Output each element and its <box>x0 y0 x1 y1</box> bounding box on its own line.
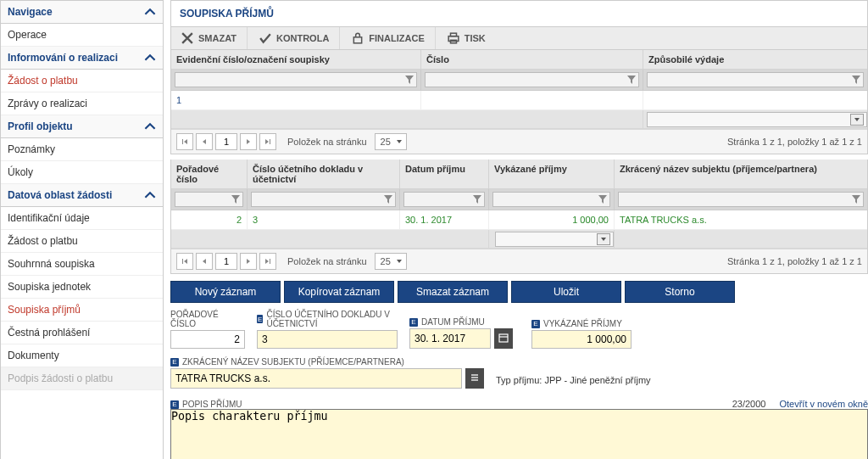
cell <box>421 91 643 110</box>
cancel-button[interactable]: Storno <box>625 281 735 303</box>
calendar-icon <box>498 333 509 345</box>
pager-last-button[interactable] <box>259 253 276 270</box>
sidebar-item-soupiska-prijmu[interactable]: Soupiska příjmů <box>1 299 163 322</box>
field-label: POŘADOVÉ ČÍSLO <box>170 310 245 328</box>
chevron-up-icon <box>144 52 156 64</box>
table-row[interactable]: 1 <box>171 91 867 110</box>
sidebar-item-operace[interactable]: Operace <box>1 24 163 47</box>
new-record-button[interactable]: Nový záznam <box>170 281 281 303</box>
typ-prijmu-text: Typ příjmu: JPP - Jiné peněžní příjmy <box>496 375 651 389</box>
save-button[interactable]: Uložit <box>511 281 621 303</box>
toolbar-label: FINALIZACE <box>369 33 424 43</box>
column-header[interactable]: Způsobilé výdaje <box>643 50 867 70</box>
column-header[interactable]: Pořadové číslo <box>171 160 248 189</box>
sidebar-item-zadost-o-platbu-2[interactable]: Žádost o platbu <box>1 230 163 253</box>
calendar-button[interactable] <box>494 328 513 349</box>
pager-next-button[interactable] <box>240 133 257 150</box>
filter-input[interactable] <box>403 192 485 207</box>
sidebar-group-label: Datová oblast žádosti <box>8 189 112 201</box>
print-icon <box>448 32 459 44</box>
cell: 30. 1. 2017 <box>400 210 489 230</box>
check-button[interactable]: KONTROLA <box>249 27 340 49</box>
svg-rect-4 <box>499 334 508 342</box>
sidebar-item-zpravy[interactable]: Zprávy o realizaci <box>1 92 163 115</box>
filter-input[interactable] <box>175 72 417 87</box>
check-icon <box>259 32 271 44</box>
delete-record-button[interactable]: Smazat záznam <box>398 281 508 303</box>
pager-next-button[interactable] <box>240 253 257 270</box>
page-title: SOUPISKA PŘÍJMŮ <box>170 0 868 26</box>
chevron-down-icon <box>850 114 864 126</box>
pager-label: Položek na stránku <box>287 256 367 266</box>
open-new-window-link[interactable]: Otevřít v novém okně <box>779 399 868 409</box>
pager-first-button[interactable] <box>176 133 193 150</box>
cell <box>643 91 867 110</box>
pager-prev-button[interactable] <box>196 133 213 150</box>
sidebar-group-profil[interactable]: Profil objektu <box>1 115 163 138</box>
pager-page-input[interactable] <box>215 253 237 270</box>
subjekt-input[interactable] <box>170 368 462 389</box>
pager-status: Stránka 1 z 1, položky 1 až 1 z 1 <box>727 256 862 266</box>
field-label: POPIS PŘÍJMU <box>182 400 242 409</box>
sidebar-item-identifikacni[interactable]: Identifikační údaje <box>1 207 163 230</box>
sidebar-item-ukoly[interactable]: Úkoly <box>1 161 163 184</box>
required-icon: E <box>409 318 418 327</box>
pager-page-input[interactable] <box>215 133 237 150</box>
sidebar-group-navigace[interactable]: Navigace <box>1 1 163 24</box>
column-header[interactable]: Číslo účetního dokladu v účetnictví <box>248 160 400 189</box>
column-header[interactable]: Zkrácený název subjektu (příjemce/partne… <box>615 160 867 189</box>
list-icon <box>470 372 480 385</box>
filter-input[interactable] <box>175 192 243 207</box>
filter-input[interactable] <box>425 72 639 87</box>
pager-size-select[interactable]: 25 <box>375 133 407 150</box>
poradove-cislo-input[interactable] <box>170 330 245 349</box>
table-row[interactable]: 2 3 30. 1. 2017 1 000,00 TATRA TRUCKS a.… <box>171 210 867 230</box>
finalize-button[interactable]: FINALIZACE <box>342 27 435 49</box>
sidebar-group-datova-oblast[interactable]: Datová oblast žádosti <box>1 184 163 207</box>
chevron-down-icon <box>396 256 403 266</box>
toolbar-label: SMAZAT <box>198 33 236 43</box>
column-header[interactable]: Číslo <box>421 50 643 70</box>
cislo-dokladu-input[interactable] <box>257 330 398 349</box>
toolbar: SMAZAT KONTROLA FINALIZACE TISK <box>170 26 868 50</box>
sidebar: Navigace Operace Informování o realizaci… <box>0 0 164 459</box>
popis-prijmu-textarea[interactable] <box>170 409 868 459</box>
column-header[interactable]: Datum příjmu <box>400 160 489 189</box>
toolbar-label: TISK <box>465 33 486 43</box>
sidebar-item-zadost-o-platbu[interactable]: Žádost o platbu <box>1 70 163 92</box>
filter-input[interactable] <box>618 192 864 207</box>
print-button[interactable]: TISK <box>437 27 496 49</box>
cell: 1 <box>171 91 421 110</box>
field-label: DATUM PŘÍJMU <box>421 317 485 327</box>
sidebar-group-label: Navigace <box>8 6 53 18</box>
vykazane-prijmy-input[interactable] <box>531 330 632 349</box>
aggregate-select[interactable] <box>647 112 867 127</box>
sidebar-group-label: Informování o realizaci <box>8 52 118 64</box>
chevron-up-icon <box>144 189 156 201</box>
filter-input[interactable] <box>492 192 610 207</box>
column-header[interactable]: Vykázané příjmy <box>489 160 615 189</box>
sidebar-item-jednotek[interactable]: Soupiska jednotek <box>1 276 163 299</box>
sidebar-item-souhrnna[interactable]: Souhrnná soupiska <box>1 253 163 276</box>
filter-input[interactable] <box>647 72 864 87</box>
sidebar-group-informovani[interactable]: Informování o realizaci <box>1 47 163 70</box>
filter-input[interactable] <box>251 192 396 207</box>
sidebar-item-dokumenty[interactable]: Dokumenty <box>1 344 163 367</box>
pager-last-button[interactable] <box>259 133 276 150</box>
pager-first-button[interactable] <box>176 253 193 270</box>
char-count: 23/2000 <box>732 399 766 409</box>
required-icon: E <box>170 400 179 409</box>
grid-soupisky: Evidenční číslo/označení soupisky Číslo … <box>170 50 868 154</box>
sidebar-item-cestna[interactable]: Čestná prohlášení <box>1 322 163 344</box>
sidebar-item-poznamky[interactable]: Poznámky <box>1 138 163 161</box>
column-header[interactable]: Evidenční číslo/označení soupisky <box>171 50 421 70</box>
datum-prijmu-input[interactable] <box>409 328 491 349</box>
pager-prev-button[interactable] <box>196 253 213 270</box>
svg-rect-2 <box>450 33 456 36</box>
delete-button[interactable]: SMAZAT <box>171 27 248 49</box>
lookup-button[interactable] <box>465 368 484 389</box>
field-label: ČÍSLO ÚČETNÍHO DOKLADU V ÚČETNICTVÍ <box>266 310 398 328</box>
copy-record-button[interactable]: Kopírovat záznam <box>284 281 394 303</box>
aggregate-select[interactable] <box>495 232 614 247</box>
pager-size-select[interactable]: 25 <box>375 253 407 270</box>
